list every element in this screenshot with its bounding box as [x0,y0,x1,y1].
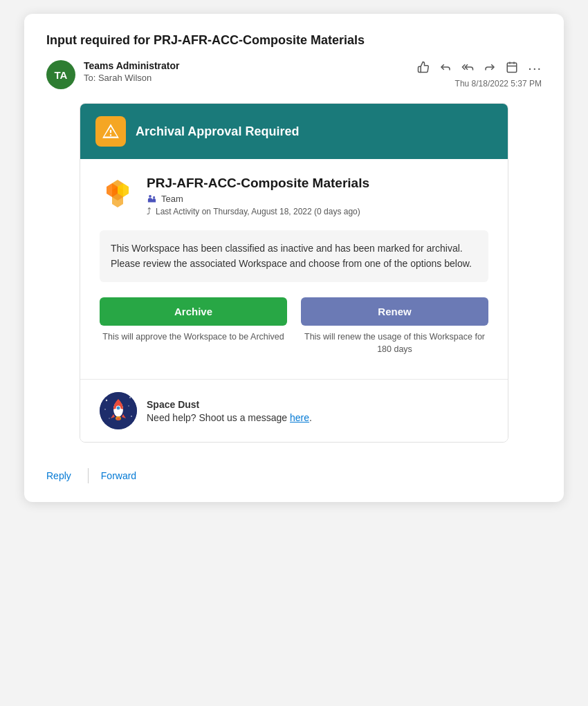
space-dust-text: Space Dust Need help? Shoot us a message… [147,399,312,423]
email-subject: Input required for PRJ-AFR-ACC-Composite… [46,33,542,48]
activity-graph-icon: ⤴ [147,206,151,216]
svg-point-20 [117,418,120,420]
reply-icon[interactable] [439,61,452,76]
card-body: PRJ-AFR-ACC-Composite Materials Team ⤴ L… [80,159,508,379]
workspace-activity: ⤴ Last Activity on Thursday, August 18, … [147,206,488,216]
space-dust-name: Space Dust [147,399,312,410]
email-header: TA Teams Administrator To: Sarah Wilson [46,60,542,89]
renew-col: Renew This will renew the usage of this … [301,297,488,355]
email-body: Archival Approval Required [46,103,542,443]
card-header: Archival Approval Required [80,104,508,159]
description-box: This Workspace has been classified as in… [100,230,488,282]
activity-text: Last Activity on Thursday, August 18, 20… [156,207,360,216]
email-footer: Reply Forward [46,458,542,485]
rocket-icon [100,392,137,429]
footer-divider [88,468,89,483]
warning-icon [95,116,126,147]
forward-button[interactable]: Forward [93,466,149,485]
action-buttons: Archive This will approve the Workspace … [100,297,488,355]
renew-description: This will renew the usage of this Worksp… [301,331,488,355]
forward-icon[interactable] [484,61,496,76]
sender-info: TA Teams Administrator To: Sarah Wilson [46,60,179,89]
svg-point-16 [131,416,132,417]
email-actions: ··· [417,60,542,76]
svg-point-14 [104,409,106,410]
workspace-icon [100,176,136,212]
header-right: ··· Thu 8/18/2022 5:37 PM [417,60,542,89]
reply-button[interactable]: Reply [46,466,84,485]
workspace-info: PRJ-AFR-ACC-Composite Materials Team ⤴ L… [100,176,488,216]
calendar-icon[interactable] [506,61,518,76]
avatar: TA [46,60,75,89]
workspace-type: Team [147,194,488,204]
card-header-title: Archival Approval Required [136,124,299,139]
archive-description: This will approve the Workspace to be Ar… [102,331,284,344]
archive-col: Archive This will approve the Workspace … [100,297,287,355]
like-icon[interactable] [417,61,430,76]
teams-icon [147,194,157,204]
svg-rect-0 [508,63,517,73]
space-dust-section: Space Dust Need help? Shoot us a message… [80,379,508,442]
workspace-details: PRJ-AFR-ACC-Composite Materials Team ⤴ L… [147,176,488,216]
sender-to: To: Sarah Wilson [84,73,179,83]
space-dust-period: . [309,412,312,423]
more-options-icon[interactable]: ··· [528,60,542,76]
archive-button[interactable]: Archive [100,297,287,326]
renew-button[interactable]: Renew [301,297,488,326]
email-date: Thu 8/18/2022 5:37 PM [455,79,542,89]
svg-point-13 [128,406,129,407]
workspace-type-label: Team [161,194,183,204]
sender-name: Teams Administrator [84,60,179,71]
svg-point-11 [106,400,107,401]
workspace-name: PRJ-AFR-ACC-Composite Materials [147,176,488,191]
svg-point-15 [109,418,110,420]
sender-details: Teams Administrator To: Sarah Wilson [84,60,179,83]
svg-point-12 [129,397,131,398]
space-dust-help-text: Need help? Shoot us a message [147,412,290,423]
reply-all-icon[interactable] [461,61,474,76]
space-dust-link[interactable]: here [290,412,309,423]
svg-point-18 [116,406,120,410]
email-card: Input required for PRJ-AFR-ACC-Composite… [24,14,564,502]
adaptive-card: Archival Approval Required [80,103,508,443]
